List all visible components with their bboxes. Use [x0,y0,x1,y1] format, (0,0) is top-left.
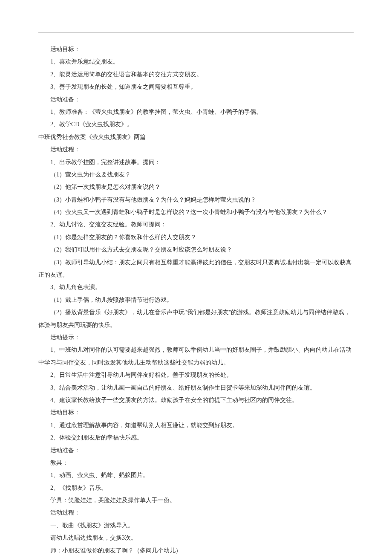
paragraph: 活动准备： [38,444,354,457]
paragraph: 3、结合美术活动，让幼儿画一画自己的好朋友、给好朋友制作生日贺卡等来加深幼儿同伴… [38,382,354,394]
paragraph: （1）戴上手偶，幼儿按照故事情节进行游戏。 [38,294,354,306]
paragraph: 2、教学CD《萤火虫找朋友》。 [38,118,354,130]
paragraph: （3）小青蛙和小鸭子有没有与他做朋友？为什么？妈妈是怎样对萤火虫说的？ [38,194,354,206]
paragraph: （2）他第一次找朋友是怎么对朋友说的？ [38,181,354,193]
paragraph: 请幼儿边唱边找朋友，交换3次。 [38,532,354,544]
paragraph: 2、体验交到朋友后的幸福快乐感。 [38,431,354,444]
paragraph: 4、建议家长教给孩子一些交朋友的方法。鼓励孩子在安全的前提下主动与社区内的同伴交… [38,394,354,406]
paragraph: 3、善于发现朋友的长处，知道朋友之间需要相互尊重。 [38,81,354,93]
paragraph: 活动过程： [38,143,354,156]
horizontal-rule [38,32,354,32]
paragraph: （2）播放背景音乐《好朋友》，幼儿在音乐声中玩"我们都是好朋友"的游戏。教师注意… [38,306,354,331]
paragraph: 教具： [38,457,354,469]
paragraph: （1）萤火虫为什么要找朋友？ [38,168,354,181]
document-body: 活动目标：1、喜欢并乐意结交朋友。2、能灵活运用简单的交往语言和基本的交往方式交… [38,43,354,555]
paragraph: （2）我们可以用什么方式去交朋友呢？交朋友时应该怎么对朋友说？ [38,243,354,256]
paragraph: （3）教师引导幼儿小结：朋友之间只有相互尊重才能赢得彼此的信任，交朋友时只要真诚… [38,256,354,281]
paragraph: 1、中班幼儿对同伴的认可需要越来越强烈，教师可以举例幼儿当中的好朋友圈子，并鼓励… [38,344,354,369]
paragraph: 活动过程： [38,506,354,519]
paragraph: 活动准备： [38,93,354,106]
paragraph: 活动目标： [38,406,354,419]
paragraph: 一、歌曲《找朋友》游戏导入。 [38,519,354,532]
paragraph: （4）萤火虫又一次遇到青蛙和小鸭子时是怎样说的？这一次小青蛙和小鸭子有没有与他做… [38,206,354,218]
paragraph: 活动提示： [38,331,354,344]
paragraph: 2、《找朋友》音乐。 [38,482,354,494]
paragraph: 2、幼儿讨论、交流交友经验。教师可提问： [38,218,354,231]
paragraph: 3、幼儿角色表演。 [38,281,354,293]
paragraph: 2、能灵活运用简单的交往语言和基本的交往方式交朋友。 [38,68,354,81]
paragraph: 1、通过欣赏理解故事内容，知道帮助别人相互谦让，就能交到好朋友。 [38,419,354,431]
paragraph: 中班优秀社会教案《萤火虫找朋友》两篇 [38,131,354,143]
paragraph: 1、教师准备：《萤火虫找朋友》的教学挂图，萤火虫、小青蛙、小鸭子的手偶。 [38,106,354,118]
paragraph: 学具：笑脸娃娃，哭脸娃娃及操作单人手一份。 [38,494,354,506]
paragraph: 1、喜欢并乐意结交朋友。 [38,55,354,68]
paragraph: 活动目标： [38,43,354,55]
paragraph: 1、动画、萤火虫、蚂蚱、蚂蚁图片。 [38,469,354,481]
paragraph: 师：小朋友谁做你的朋友了啊？（多问几个幼儿） [38,544,354,555]
paragraph: 1、出示教学挂图，完整讲述故事。提问： [38,156,354,168]
paragraph: （1）你是怎样交朋友的？你喜欢和什么样的人交朋友？ [38,231,354,243]
paragraph: 2、日常生活中注意引导幼儿与同伴友好相处。善于发现朋友的长处。 [38,369,354,381]
